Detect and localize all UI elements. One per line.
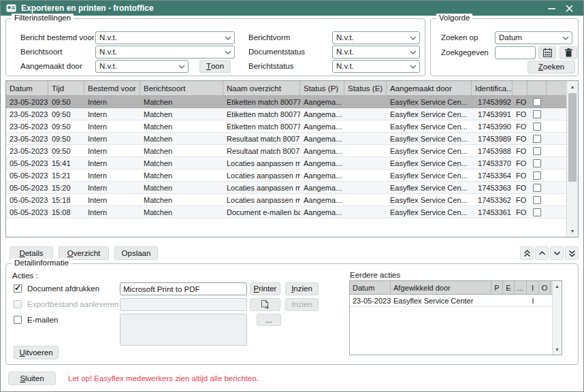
exportbestand-checkbox[interactable]	[14, 300, 22, 308]
row-checkbox[interactable]	[533, 172, 541, 180]
row-checkbox[interactable]	[533, 110, 541, 118]
details-button[interactable]: Details	[10, 246, 53, 260]
table-row[interactable]: 05-05-202315:21InternMatchenLocaties aan…	[6, 169, 578, 182]
next-record-button[interactable]	[550, 246, 564, 260]
bestemd-cell: Intern	[84, 194, 140, 206]
scroll-down-icon[interactable]: ▼	[553, 344, 562, 355]
row-checkbox[interactable]	[533, 147, 541, 155]
scroll-up-icon[interactable]: ▲	[567, 82, 578, 92]
zoekgegeven-input[interactable]	[495, 46, 536, 59]
column-header[interactable]: Tijd	[48, 81, 84, 96]
fo-cell: FO	[513, 182, 528, 194]
status_p-cell: Aangema...	[300, 194, 344, 206]
column-header[interactable]: Naam overzicht	[223, 81, 300, 96]
bericht-bestemd-voor-select[interactable]: N.v.t.	[95, 31, 235, 44]
column-header[interactable]: Status (E)	[344, 81, 387, 96]
zoeken-button[interactable]: Zoeken	[528, 61, 575, 74]
row-checkbox[interactable]	[533, 196, 541, 204]
door-cell: Easyflex Service Center	[391, 295, 491, 307]
table-row[interactable]: 23-05-202309:50InternMatchenEtiketten ma…	[6, 96, 578, 108]
row-checkbox-cell	[528, 145, 547, 157]
overzicht-button[interactable]: Overzicht	[59, 246, 109, 260]
calendar-button[interactable]	[538, 46, 556, 59]
column-header[interactable]: E	[503, 281, 515, 295]
table-row[interactable]: 23-05-202309:50InternMatchenResultaat ma…	[6, 133, 578, 145]
email-addresses-textarea[interactable]	[120, 314, 247, 346]
berichtvorm-select[interactable]: N.v.t.	[332, 31, 420, 44]
table-row[interactable]: 05-05-202315:20InternMatchenLocaties aan…	[6, 182, 578, 194]
column-header[interactable]: I	[527, 281, 539, 295]
bestemd-cell: Intern	[84, 120, 140, 133]
table-row[interactable]: 23-05-202309:50InternMatchenEtiketten ma…	[6, 108, 578, 120]
column-header[interactable]: Datum	[6, 81, 48, 96]
document-afdrukken-checkbox[interactable]	[14, 284, 22, 293]
column-header[interactable]: Datum	[350, 281, 391, 295]
inzien-print-button[interactable]: Inzien	[285, 282, 319, 295]
messages-table-scrollbar[interactable]: ▲ ▼	[566, 81, 578, 237]
opslaan-button[interactable]: Opslaan	[114, 246, 158, 260]
table-row[interactable]: 05-05-202315:08InternMatchenDocument e-m…	[6, 206, 578, 218]
id-cell: 17453992	[472, 96, 513, 108]
emailen-label: E-mailen	[27, 314, 58, 327]
row-checkbox-cell	[528, 206, 547, 218]
export-path-input[interactable]	[120, 298, 247, 311]
tijd-cell: 09:50	[48, 133, 84, 145]
column-header[interactable]: O	[539, 281, 551, 295]
sluiten-button[interactable]: Sluiten	[8, 372, 56, 385]
column-header[interactable]: Berichtsoort	[140, 81, 223, 96]
column-header[interactable]: Afgewikkeld door	[391, 281, 491, 295]
uitvoeren-button[interactable]: Uitvoeren	[14, 346, 59, 359]
toon-button[interactable]: Toon	[199, 60, 231, 73]
clear-search-button[interactable]	[559, 46, 577, 59]
inzien-export-button[interactable]: Inzien	[285, 298, 319, 311]
column-header[interactable]: P	[491, 281, 503, 295]
door-cell: Easyflex Service Cen...	[387, 133, 472, 145]
bestemd-cell: Intern	[84, 133, 140, 145]
door-cell: Easyflex Service Cen...	[387, 96, 472, 108]
berichtstatus-select[interactable]: N.v.t.	[332, 60, 420, 73]
previous-record-button[interactable]	[535, 246, 549, 260]
soort-cell: Matchen	[140, 157, 223, 169]
table-row[interactable]: 05-05-202315:41InternMatchenLocaties aan…	[6, 157, 578, 169]
column-header[interactable]: Status (P)	[300, 81, 344, 96]
column-header[interactable]: Bestemd voor	[84, 81, 140, 96]
status_p-cell: Aangema...	[300, 96, 344, 108]
scrollbar-thumb[interactable]	[568, 93, 577, 182]
row-checkbox[interactable]	[533, 208, 541, 216]
column-header[interactable]: Identifica...	[472, 81, 513, 96]
eerdere-actie-row[interactable]: 23-05-2023Easyflex Service CenterI	[350, 295, 562, 307]
export-file-button[interactable]	[250, 298, 280, 311]
documentstatus-select[interactable]: N.v.t.	[332, 46, 420, 59]
app-icon	[6, 4, 16, 12]
column-header[interactable]: Aangemaakt door	[387, 81, 472, 96]
zoeken-op-select[interactable]: Datum	[495, 31, 572, 44]
row-checkbox-cell	[528, 182, 547, 193]
table-row[interactable]: 23-05-202309:50InternMatchenResultaat ma…	[6, 145, 578, 157]
minimize-button[interactable]	[542, 1, 560, 15]
last-record-button[interactable]	[565, 246, 579, 260]
emailen-checkbox[interactable]	[14, 316, 22, 324]
table-row[interactable]: 05-05-202315:18InternMatchenLocaties aan…	[6, 194, 578, 206]
row-checkbox[interactable]	[533, 98, 541, 106]
printer-button[interactable]: Printer	[250, 282, 280, 295]
aangemaakt-door-select[interactable]: N.v.t.	[95, 60, 189, 73]
row-checkbox[interactable]	[533, 159, 541, 167]
scroll-down-icon[interactable]: ▼	[567, 226, 578, 236]
printer-name-input[interactable]	[120, 282, 247, 295]
soort-cell: Matchen	[140, 108, 223, 120]
row-checkbox[interactable]	[533, 122, 541, 131]
fo-cell: FO	[513, 133, 528, 145]
scroll-up-icon[interactable]: ▲	[553, 281, 562, 291]
berichtsoort-select[interactable]: N.v.t.	[95, 46, 235, 59]
first-record-button[interactable]	[520, 246, 534, 260]
tijd-cell: 15:20	[48, 182, 84, 194]
eerdere-acties-scrollbar[interactable]: ▲ ▼	[552, 281, 562, 355]
naam-cell: Locaties aanpassen m...	[223, 194, 300, 206]
email-browse-button[interactable]: ...	[257, 314, 281, 326]
column-header[interactable]: ...	[515, 281, 527, 295]
table-row[interactable]: 23-05-202309:50InternMatchenEtiketten ma…	[6, 120, 578, 133]
row-checkbox[interactable]	[533, 184, 541, 192]
row-checkbox[interactable]	[533, 135, 541, 143]
datum-cell: 23-05-2023	[6, 133, 48, 145]
close-button[interactable]	[560, 1, 578, 15]
